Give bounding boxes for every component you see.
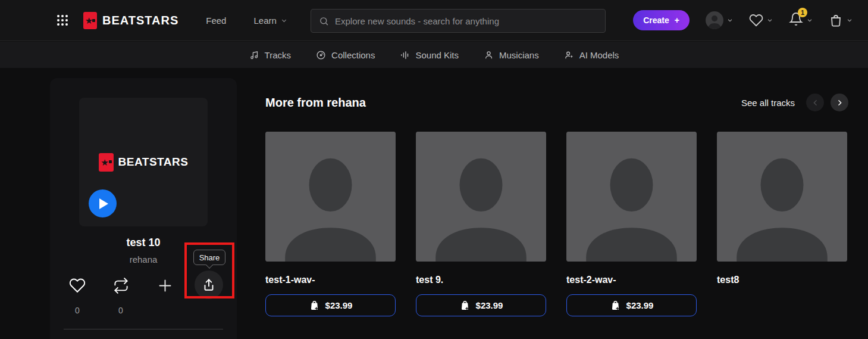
beatstars-logo-icon: ★ xyxy=(83,12,97,29)
artwork-brand-logo: ★ BEATSTARS xyxy=(99,153,189,172)
plus-icon: + xyxy=(675,15,679,25)
chevron-left-icon xyxy=(811,99,819,107)
track-artwork: ★ BEATSTARS xyxy=(79,98,208,226)
track-player-card: ★ BEATSTARS test 10 rehana Share 0 0 xyxy=(50,78,237,339)
artwork-brand-name: BEATSTARS xyxy=(118,155,189,169)
share-button[interactable] xyxy=(195,270,223,299)
heart-icon xyxy=(69,277,86,294)
beatstars-page: ★ BEATSTARS Feed Learn Create + xyxy=(0,0,868,339)
chevron-down-icon xyxy=(281,17,287,24)
price-label: $23.99 xyxy=(626,300,654,310)
tab-sound-kits[interactable]: Sound Kits xyxy=(400,50,459,60)
track-card[interactable]: test 9. $23.99 xyxy=(416,132,546,316)
waveform-icon xyxy=(400,50,410,60)
track-thumbnail[interactable] xyxy=(717,132,847,262)
beatstars-logo-icon: ★ xyxy=(99,153,114,172)
chevron-down-icon xyxy=(847,17,853,23)
divider xyxy=(64,329,223,329)
add-to-cart-price-button[interactable]: $23.99 xyxy=(566,294,697,316)
search-icon xyxy=(319,16,329,26)
likes-count: 0 xyxy=(68,306,87,315)
share-upload-icon xyxy=(201,277,217,293)
track-carousel: test-1-wav- $23.99 test 9. $23.99 xyxy=(265,132,848,316)
track-thumbnail[interactable] xyxy=(416,132,546,262)
bag-plus-icon xyxy=(610,300,621,311)
play-icon xyxy=(99,198,108,209)
section-title: More from rehana xyxy=(265,96,366,110)
person-placeholder-icon xyxy=(717,132,847,262)
person-placeholder-icon xyxy=(416,132,546,262)
play-button[interactable] xyxy=(89,189,117,217)
person-sparkle-icon xyxy=(564,50,574,60)
share-tooltip-label: Share xyxy=(199,253,220,262)
add-button[interactable] xyxy=(155,276,174,295)
chevron-down-icon xyxy=(767,17,773,23)
track-title: test 10 xyxy=(50,237,237,249)
brand-name: BEATSTARS xyxy=(102,14,178,27)
favorites-menu[interactable] xyxy=(749,13,773,27)
chevron-down-icon xyxy=(807,17,813,23)
track-title[interactable]: test-1-wav- xyxy=(265,275,396,285)
price-label: $23.99 xyxy=(325,300,353,310)
top-navigation-bar: ★ BEATSTARS Feed Learn Create + xyxy=(0,0,868,41)
more-from-section: More from rehana See all tracks test-1-w… xyxy=(265,92,848,316)
share-tooltip: Share xyxy=(193,250,225,265)
bag-plus-icon xyxy=(309,300,320,311)
track-card[interactable]: test8 xyxy=(717,132,847,316)
tab-collections-label: Collections xyxy=(331,50,375,60)
heart-icon xyxy=(749,13,763,27)
track-title[interactable]: test 9. xyxy=(416,275,546,285)
music-note-icon xyxy=(249,50,259,60)
tab-musicians-label: Musicians xyxy=(499,50,539,60)
reposts-count: 0 xyxy=(111,306,130,315)
tab-collections[interactable]: Collections xyxy=(316,50,375,60)
see-all-tracks-link[interactable]: See all tracks xyxy=(741,98,795,108)
track-card[interactable]: test-1-wav- $23.99 xyxy=(265,132,396,316)
track-thumbnail[interactable] xyxy=(265,132,396,262)
notifications-menu[interactable]: 1 xyxy=(789,12,813,29)
tab-ai-models-label: AI Models xyxy=(579,50,619,60)
apps-grid-icon[interactable] xyxy=(55,13,70,28)
person-icon xyxy=(484,50,494,60)
carousel-next-button[interactable] xyxy=(831,94,848,111)
plus-icon xyxy=(157,278,173,294)
track-thumbnail[interactable] xyxy=(566,132,697,262)
nav-learn[interactable]: Learn xyxy=(253,15,287,26)
search-input[interactable] xyxy=(335,16,597,26)
nav-learn-label: Learn xyxy=(253,15,276,26)
carousel-prev-button[interactable] xyxy=(806,94,824,111)
account-menu[interactable] xyxy=(706,11,733,29)
nav-feed[interactable]: Feed xyxy=(206,15,226,26)
shopping-bag-icon xyxy=(829,13,843,27)
create-label: Create xyxy=(643,15,669,25)
tab-sound-kits-label: Sound Kits xyxy=(415,50,459,60)
person-placeholder-icon xyxy=(566,132,697,262)
person-placeholder-icon xyxy=(265,132,396,262)
add-to-cart-price-button[interactable]: $23.99 xyxy=(416,294,546,316)
tab-tracks-label: Tracks xyxy=(265,50,291,60)
beatstars-logo[interactable]: ★ BEATSTARS xyxy=(83,12,178,29)
notification-badge: 1 xyxy=(798,8,807,17)
tab-musicians[interactable]: Musicians xyxy=(484,50,539,60)
category-navigation: Tracks Collections Sound Kits Musicians … xyxy=(0,42,868,68)
disc-icon xyxy=(316,50,326,60)
repost-button[interactable] xyxy=(111,276,130,295)
track-card[interactable]: test-2-wav- $23.99 xyxy=(566,132,697,316)
tab-ai-models[interactable]: AI Models xyxy=(564,50,619,60)
search-bar[interactable] xyxy=(311,9,606,33)
add-to-cart-price-button[interactable]: $23.99 xyxy=(265,294,396,316)
chevron-down-icon xyxy=(727,17,733,23)
repost-icon xyxy=(113,278,129,294)
price-label: $23.99 xyxy=(476,300,503,310)
track-title[interactable]: test8 xyxy=(717,275,847,285)
track-title[interactable]: test-2-wav- xyxy=(566,275,697,285)
like-button[interactable] xyxy=(68,276,87,295)
cart-menu[interactable] xyxy=(829,13,853,27)
bag-plus-icon xyxy=(459,300,471,311)
tab-tracks[interactable]: Tracks xyxy=(249,50,291,60)
create-button[interactable]: Create + xyxy=(633,10,690,30)
avatar xyxy=(706,11,723,29)
chevron-right-icon xyxy=(836,99,844,107)
